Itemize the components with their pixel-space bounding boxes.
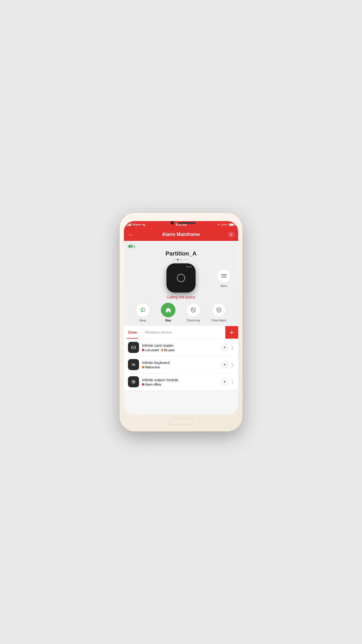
stay-button[interactable]: Stay — [161, 303, 175, 322]
add-zone-button[interactable]: + — [225, 326, 238, 339]
away-circle — [136, 303, 150, 317]
stay-circle — [161, 303, 175, 317]
main-content: Partition_A — [124, 241, 238, 415]
play-triangle-3 — [224, 380, 226, 383]
speaker — [178, 222, 196, 224]
chevron-right-keyboard[interactable]: ❯ — [231, 362, 234, 367]
dot-3 — [180, 259, 182, 260]
wifi-icon: ▾▴ — [142, 223, 145, 226]
partition-dots — [174, 259, 188, 260]
tab-section: Zone Wireless device + — [124, 326, 238, 339]
zone-name-card-reader: Infinite card reader — [142, 343, 218, 348]
clear-alarm-button[interactable]: Clear Alarm — [211, 303, 226, 322]
tab-wireless-device[interactable]: Wireless device — [141, 326, 176, 339]
tab-zone[interactable]: Zone — [124, 326, 141, 339]
calling-text: Calling the police — [166, 295, 195, 299]
carrier-label: Sketch — [132, 223, 141, 226]
signal-bar-1 — [127, 225, 128, 226]
chevron-right-card-reader[interactable]: ❯ — [231, 345, 234, 350]
play-button-keyboard[interactable] — [221, 361, 228, 368]
play-triangle-2 — [224, 363, 226, 366]
away-icon — [140, 307, 146, 313]
signal-bar-4 — [130, 223, 131, 226]
svg-rect-8 — [131, 347, 136, 348]
zone-name-output: Infinite output module — [142, 378, 218, 382]
zone-status-output: Alarm offline — [142, 383, 218, 386]
zone-item-keyboard: Infinite keyboard Malfunction ❯ — [124, 356, 238, 373]
screen: Sketch ▾▴ 9:41 AM ∗ 100% ← Alarm Mainfra… — [124, 221, 238, 415]
clear-alarm-circle — [212, 303, 226, 317]
play-triangle — [224, 346, 226, 349]
play-button-card-reader[interactable] — [221, 344, 228, 351]
svg-point-13 — [133, 365, 134, 366]
zone-status-keyboard: Malfunction — [142, 366, 218, 369]
status-badge-bypass: By-pass — [161, 349, 175, 352]
svg-point-14 — [134, 365, 135, 366]
tabs: Zone Wireless device — [124, 326, 225, 339]
status-badge-alarm-offline: Alarm offline — [142, 383, 161, 386]
svg-line-6 — [217, 308, 221, 312]
status-right: ∗ 100% — [217, 223, 235, 226]
zone-info-card-reader: Infinite card reader Low power By-pass — [142, 343, 218, 352]
dot-2 — [177, 259, 179, 260]
status-dot-orange — [142, 366, 144, 368]
svg-rect-2 — [142, 310, 143, 312]
partition-name: Partition_A — [166, 250, 197, 257]
disarming-circle — [186, 303, 201, 317]
device-logo — [175, 272, 187, 284]
chevron-right-output[interactable]: ❯ — [231, 379, 234, 384]
phone-shell: Sketch ▾▴ 9:41 AM ∗ 100% ← Alarm Mainfra… — [120, 213, 242, 431]
zone-actions-card-reader: ❯ — [221, 344, 234, 351]
zone-item-output: Infinite output module Alarm offline — [124, 373, 238, 391]
status-left: Sketch ▾▴ — [127, 223, 145, 226]
disarming-button[interactable]: Disarming — [186, 303, 201, 322]
status-dot-red-2 — [142, 383, 144, 386]
disarming-label: Disarming — [187, 319, 200, 322]
battery-icon — [229, 223, 235, 226]
home-button[interactable] — [169, 418, 193, 425]
device-image — [166, 263, 196, 293]
dot-1 — [174, 259, 175, 260]
battery-percent: 100% — [221, 223, 228, 226]
card-reader-icon — [131, 345, 136, 350]
signal-bar-3 — [129, 224, 130, 226]
stay-label: Stay — [165, 319, 171, 322]
signal-bar-2 — [128, 224, 129, 226]
status-badge-low-power: Low power — [142, 349, 159, 352]
dot-4 — [183, 259, 185, 260]
settings-icon[interactable] — [228, 232, 234, 237]
device-area: More — [128, 263, 234, 293]
status-badge-malfunction: Malfunction — [142, 366, 160, 369]
svg-point-9 — [132, 364, 133, 365]
status-dot-red — [142, 349, 144, 351]
stay-icon — [165, 307, 171, 313]
bluetooth-icon: ∗ — [217, 223, 220, 226]
disarming-icon — [190, 307, 196, 313]
clear-alarm-icon — [216, 307, 222, 313]
back-button[interactable]: ← — [128, 231, 134, 238]
more-circle — [217, 269, 231, 283]
more-button[interactable]: More — [217, 269, 231, 288]
zone-list: Infinite card reader Low power By-pass — [124, 339, 238, 391]
play-button-output[interactable] — [221, 378, 228, 385]
zone-actions-keyboard: ❯ — [221, 361, 234, 368]
zone-info-keyboard: Infinite keyboard Malfunction — [142, 360, 218, 369]
away-label: Away — [139, 319, 146, 322]
zone-icon-keyboard — [128, 359, 139, 370]
svg-line-3 — [192, 309, 195, 312]
nav-bar: ← Alarm Mainframe — [124, 228, 238, 241]
device-dot-2 — [188, 266, 189, 267]
keyboard-icon — [131, 362, 136, 367]
tab-underline — [127, 338, 138, 339]
zone-icon-output — [128, 376, 139, 387]
svg-point-12 — [132, 365, 133, 366]
output-module-icon — [131, 379, 136, 384]
away-button[interactable]: Away — [136, 303, 150, 322]
device-dots — [186, 266, 191, 267]
zone-actions-output: ❯ — [221, 378, 234, 385]
more-line-1 — [221, 274, 226, 275]
more-line-3 — [221, 277, 226, 277]
svg-point-11 — [134, 364, 135, 365]
partition-section: Partition_A — [124, 241, 238, 326]
more-label: More — [221, 284, 227, 288]
